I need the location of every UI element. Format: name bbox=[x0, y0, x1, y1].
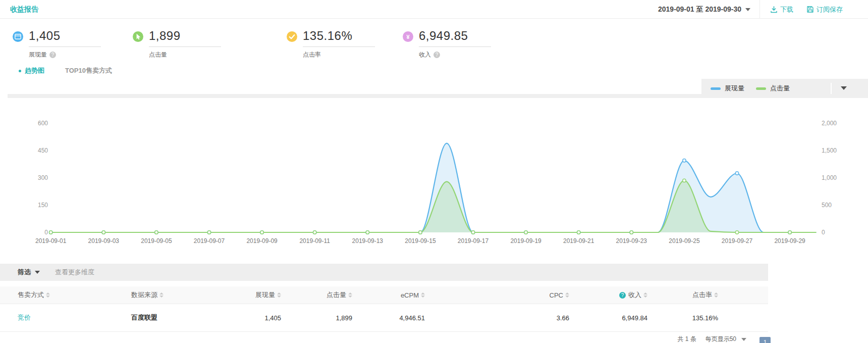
legend-swatch-clicks bbox=[756, 87, 766, 90]
sort-icon[interactable] bbox=[277, 292, 281, 298]
chart-tabs: 趋势图 TOP10售卖方式 bbox=[19, 66, 112, 76]
line-点击量 bbox=[51, 180, 817, 232]
legend-item-impressions[interactable]: 展现量 bbox=[711, 84, 744, 93]
sort-icon[interactable] bbox=[159, 292, 164, 298]
help-icon[interactable]: ? bbox=[49, 52, 56, 58]
column-header-6[interactable]: ?收入 bbox=[569, 286, 647, 304]
sort-icon[interactable] bbox=[714, 292, 718, 298]
sort-icon[interactable] bbox=[348, 292, 352, 298]
table-cell: 百度联盟 bbox=[131, 304, 212, 331]
stat-value: 6,949.85 bbox=[419, 30, 491, 47]
column-header-2[interactable]: 展现量 bbox=[212, 286, 281, 304]
table-header-row: 售卖方式数据来源展现量点击量eCPMCPC?收入点击率 bbox=[0, 286, 768, 304]
stat-value: 1,899 bbox=[149, 30, 221, 47]
data-point-marker bbox=[471, 231, 474, 234]
download-button[interactable]: 下载 bbox=[770, 5, 793, 14]
table-cell: 135.16% bbox=[647, 304, 718, 331]
data-point-marker bbox=[419, 231, 422, 234]
legend-dropdown-icon[interactable] bbox=[841, 86, 847, 90]
axis-tick-label: 2,000 bbox=[822, 120, 837, 127]
help-icon[interactable]: ? bbox=[619, 292, 626, 299]
table-cell: 6,949.84 bbox=[569, 304, 647, 331]
axis-tick-label: 600 bbox=[38, 120, 48, 127]
column-label: CPC bbox=[550, 291, 563, 299]
tab-label: 趋势图 bbox=[25, 66, 44, 75]
axis-tick-label: 2019-09-07 bbox=[194, 237, 225, 244]
axis-tick-label: 300 bbox=[38, 174, 48, 181]
legend-swatch-impressions bbox=[711, 87, 721, 90]
stat-label: 收入 bbox=[419, 51, 431, 59]
filter-button[interactable]: 筛选 bbox=[18, 268, 40, 277]
axis-tick-label: 2019-09-29 bbox=[774, 237, 805, 244]
axis-tick-label: 0 bbox=[822, 229, 825, 236]
more-dimensions-link[interactable]: 查看更多维度 bbox=[55, 268, 94, 277]
sort-icon[interactable] bbox=[421, 292, 425, 298]
column-label: eCPM bbox=[401, 291, 419, 299]
total-count: 共 1 条 bbox=[677, 335, 696, 343]
legend-label: 展现量 bbox=[725, 84, 744, 93]
stats-row: 1,405 展现量? 1,899 点击量 135.16% 点击率 ¥ bbox=[0, 19, 868, 62]
cell-sale-method-link[interactable]: 竞价 bbox=[0, 304, 131, 331]
table-cell: 1,405 bbox=[212, 304, 281, 331]
page-size-label: 每页显示50 bbox=[706, 335, 736, 343]
data-point-marker bbox=[260, 231, 263, 234]
column-header-1[interactable]: 数据来源 bbox=[131, 286, 212, 304]
axis-tick-label: 450 bbox=[38, 147, 48, 154]
data-point-marker bbox=[366, 231, 369, 234]
stat-value: 135.16% bbox=[303, 30, 375, 47]
column-label: 点击率 bbox=[692, 290, 712, 300]
topbar: 收益报告 2019-09-01 至 2019-09-30 下载 bbox=[0, 0, 868, 19]
tab-top10-sale-methods[interactable]: TOP10售卖方式 bbox=[65, 66, 112, 75]
data-point-marker bbox=[735, 172, 738, 175]
stat-revenue: ¥ 6,949.85 收入? bbox=[403, 30, 491, 59]
data-point-marker bbox=[735, 231, 738, 234]
subscribe-save-button[interactable]: 订阅保存 bbox=[806, 5, 843, 14]
column-header-0[interactable]: 售卖方式 bbox=[0, 286, 131, 304]
legend-divider bbox=[831, 83, 832, 94]
sort-icon[interactable] bbox=[46, 292, 50, 298]
sort-icon[interactable] bbox=[643, 292, 647, 298]
sort-icon[interactable] bbox=[565, 292, 569, 298]
tab-trend-chart[interactable]: 趋势图 bbox=[19, 66, 44, 75]
page-title: 收益报告 bbox=[10, 0, 38, 19]
page-size-select[interactable]: 每页显示50 bbox=[706, 335, 746, 343]
data-point-marker bbox=[366, 231, 369, 234]
data-point-marker bbox=[260, 231, 263, 234]
stat-label: 展现量 bbox=[29, 51, 47, 59]
help-icon[interactable]: ? bbox=[433, 52, 440, 58]
divider bbox=[760, 0, 760, 19]
axis-tick-label: 2019-09-15 bbox=[405, 237, 436, 244]
download-icon bbox=[770, 6, 778, 13]
pagination: 共 1 条 每页显示50 1 bbox=[677, 335, 771, 343]
table-cell: 1,899 bbox=[281, 304, 352, 331]
column-header-5[interactable]: CPC bbox=[425, 286, 569, 304]
axis-tick-label: 2019-09-25 bbox=[669, 237, 700, 244]
axis-tick-label: 1,500 bbox=[822, 147, 837, 154]
legend-label: 点击量 bbox=[770, 84, 790, 93]
page-1-button[interactable]: 1 bbox=[760, 337, 771, 343]
data-point-marker bbox=[313, 231, 316, 234]
active-tab-dot-icon bbox=[19, 70, 21, 72]
axis-tick-label: 1,000 bbox=[822, 174, 837, 181]
date-range-picker[interactable]: 2019-09-01 至 2019-09-30 bbox=[658, 5, 750, 14]
stat-ctr: 135.16% 点击率 bbox=[287, 30, 375, 59]
column-header-7[interactable]: 点击率 bbox=[647, 286, 718, 304]
data-point-marker bbox=[630, 231, 633, 234]
column-header-3[interactable]: 点击量 bbox=[281, 286, 352, 304]
column-label: 点击量 bbox=[327, 290, 346, 300]
axis-tick-label: 2019-09-09 bbox=[246, 237, 278, 244]
axis-tick-label: 2019-09-21 bbox=[563, 237, 594, 244]
filter-label: 筛选 bbox=[18, 268, 31, 277]
legend-item-clicks[interactable]: 点击量 bbox=[756, 84, 790, 93]
data-point-marker bbox=[577, 231, 580, 234]
data-point-marker bbox=[155, 231, 158, 234]
data-point-marker bbox=[207, 231, 210, 234]
data-point-marker bbox=[788, 231, 791, 234]
axis-tick-label: 2019-09-03 bbox=[88, 237, 120, 244]
topbar-actions: 2019-09-01 至 2019-09-30 下载 订阅保存 bbox=[658, 0, 868, 19]
stat-impressions: 1,405 展现量? bbox=[13, 30, 101, 59]
column-header-4[interactable]: eCPM bbox=[352, 286, 425, 304]
axis-tick-label: 0 bbox=[44, 229, 48, 236]
tab-label: TOP10售卖方式 bbox=[65, 66, 112, 75]
data-point-marker bbox=[313, 231, 316, 234]
